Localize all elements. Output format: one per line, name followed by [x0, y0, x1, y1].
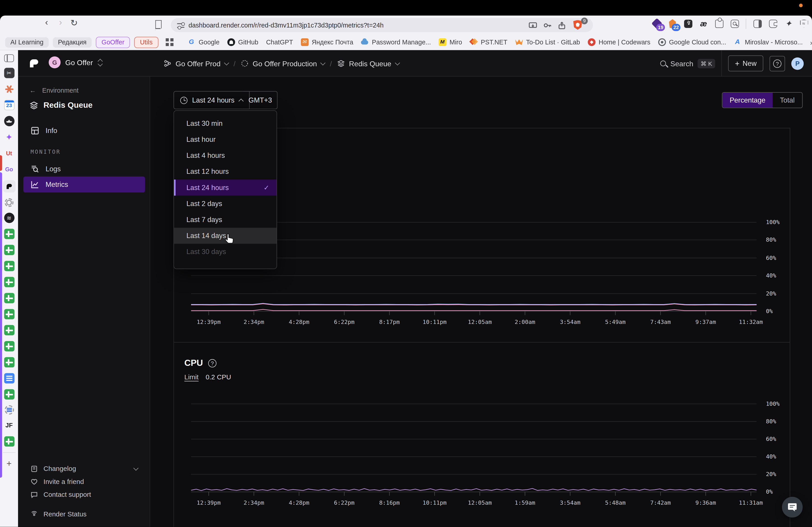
tab-group-gooffer[interactable]: Go [5, 164, 13, 175]
ext-search-box[interactable] [729, 18, 740, 29]
render-logo[interactable] [28, 58, 40, 71]
bookmark-link[interactable]: ChatGPT [266, 39, 293, 46]
screenshot-tool-icon[interactable]: ✂ [4, 68, 14, 78]
address-bar[interactable]: dashboard.render.com/r/red-d3mv11m3jp1c7… [171, 18, 593, 32]
menu-item[interactable]: Last hour✓ [174, 132, 277, 147]
bookmark-link[interactable]: Home | Codewars [588, 38, 650, 46]
starburst-icon[interactable] [4, 84, 14, 94]
breadcrumb-environment[interactable]: Go Offer Production [241, 59, 325, 67]
menu-item[interactable]: Last 30 days✓ [174, 244, 277, 260]
ext-wallet[interactable] [768, 18, 778, 29]
sheets-icon[interactable] [4, 261, 14, 271]
sheets-icon[interactable] [4, 277, 14, 287]
share-icon[interactable] [558, 21, 566, 29]
install-app-icon[interactable] [529, 21, 537, 29]
back-to-environment[interactable]: ←Environment [30, 87, 78, 94]
bookmark-link[interactable]: Google Cloud con... [658, 38, 726, 46]
tab-group-utils[interactable]: Ut [6, 148, 12, 159]
ext-orange-flame[interactable]: 22 [667, 18, 678, 29]
menu-item[interactable]: Last 4 hours✓ [174, 147, 277, 163]
apps-grid-icon[interactable] [165, 38, 173, 46]
bookmark-folder-chip[interactable]: Utils [134, 36, 158, 48]
sidebar-item-invite[interactable]: Invite a friend [23, 475, 145, 488]
sheets-icon[interactable] [4, 341, 14, 351]
sidebar-item-logs[interactable]: Logs [23, 161, 145, 177]
bookmark-link[interactable]: To-Do List · GitLab [515, 38, 580, 46]
bookmark-flag-icon[interactable] [156, 20, 162, 29]
toggle-option[interactable]: Percentage [723, 93, 773, 108]
sheets-icon[interactable] [4, 357, 14, 367]
boat-icon[interactable] [4, 116, 14, 126]
favicon-spiral[interactable] [5, 198, 14, 207]
bookmark-link[interactable]: Miroslav - Microso... [734, 38, 803, 46]
sheets-icon[interactable] [4, 389, 14, 400]
sidebar-item-info[interactable]: Info [23, 123, 145, 139]
cpu-chart-plot[interactable]: 100%80%60%40%20%0%12:39pm2:34pm4:28pm6:2… [191, 404, 756, 515]
render-tab-icon[interactable] [3, 180, 15, 193]
sheets-icon[interactable] [4, 436, 14, 447]
bookmark-link[interactable]: GitHub [227, 38, 259, 46]
ext-sidebar[interactable] [752, 18, 763, 29]
menu-item[interactable]: Last 24 hours✓ [174, 180, 277, 196]
menu-item[interactable]: Last 2 days✓ [174, 196, 277, 212]
favicon-jf[interactable]: JF [5, 420, 13, 431]
reload-button[interactable]: ↻ [68, 18, 80, 28]
forward-button[interactable]: › [54, 18, 67, 28]
menu-item[interactable]: Last 7 days✓ [174, 212, 277, 228]
password-key-icon[interactable] [543, 21, 551, 29]
ext-purple-diamond[interactable]: 19 [651, 18, 662, 29]
bookmark-link[interactable]: Google [188, 38, 219, 46]
sidebar-item-render-status[interactable]: Render Status [23, 508, 145, 521]
new-tab-button[interactable]: + [4, 458, 14, 469]
breadcrumb-service[interactable]: Redis Queue [337, 59, 399, 67]
ext-puzzle[interactable] [714, 18, 724, 29]
workspace-selector[interactable]: G Go Offer [49, 56, 102, 68]
sheets-icon[interactable] [4, 229, 14, 239]
back-button[interactable]: ‹ [40, 18, 53, 28]
bookmark-folder-chip[interactable]: Редакция [53, 37, 91, 47]
brave-shield-button[interactable]: 9 [572, 19, 588, 31]
timezone-button[interactable]: GMT+3 [243, 91, 278, 109]
help-button[interactable]: ? [770, 56, 785, 71]
bookmark-folder-chip[interactable]: AI Learning [5, 37, 49, 47]
help-circle-icon[interactable]: ? [208, 359, 217, 367]
sheets-icon[interactable] [4, 325, 14, 335]
sheets-icon[interactable] [4, 293, 14, 303]
bookmark-folder-chip[interactable]: GoOffer [96, 36, 130, 48]
ext-dark-app[interactable] [683, 18, 693, 29]
bookmark-link[interactable]: Password Manage... [361, 38, 431, 46]
ext-shield[interactable] [798, 18, 809, 29]
menu-item[interactable]: Last 30 min✓ [174, 116, 277, 132]
favicon-dark[interactable]: ≋ [4, 213, 14, 223]
bookmark-link[interactable]: Miro [439, 38, 462, 46]
bookmark-link[interactable]: Яндекс Почта [301, 38, 353, 46]
sidebar-item-support[interactable]: Contact support [23, 488, 145, 501]
toggle-option[interactable]: Total [773, 93, 802, 108]
ext-ae[interactable]: æ [698, 18, 709, 29]
calendar-icon[interactable]: 23 [4, 100, 14, 110]
info-grid-icon [30, 126, 39, 135]
menu-item[interactable]: Last 12 hours✓ [174, 164, 277, 180]
cpu-limit-label[interactable]: Limit [184, 373, 199, 381]
dock-divider[interactable] [3, 452, 15, 453]
sheets-icon[interactable] [4, 309, 14, 319]
profile-avatar[interactable]: P [791, 57, 804, 70]
url-text[interactable]: dashboard.render.com/r/red-d3mv11m3jp1c7… [189, 21, 529, 29]
sidebar-item-metrics[interactable]: Metrics [23, 177, 145, 193]
gemini-icon[interactable]: ✦ [4, 132, 14, 142]
ext-sparkle[interactable]: ✦ [783, 18, 794, 29]
sidebar-item-changelog[interactable]: Changelog [23, 462, 145, 475]
site-settings-icon[interactable] [177, 22, 184, 28]
intercom-chat-button[interactable] [782, 497, 803, 517]
search-button[interactable]: Search ⌘ K [661, 59, 715, 68]
breadcrumb-project[interactable]: Go Offer Prod [164, 59, 229, 67]
new-button[interactable]: +New [728, 56, 764, 72]
bookmark-link[interactable]: PST.NET [470, 38, 507, 46]
sheets-icon[interactable] [4, 245, 14, 255]
ext-divider[interactable] [746, 18, 746, 29]
favicon-misc[interactable] [4, 405, 14, 415]
time-range-dropdown-trigger[interactable]: Last 24 hours [173, 91, 249, 109]
docs-icon[interactable] [4, 373, 14, 383]
sidebar-panel-icon[interactable] [4, 54, 14, 62]
bookmarks-overflow-chevron[interactable]: » [810, 38, 812, 46]
